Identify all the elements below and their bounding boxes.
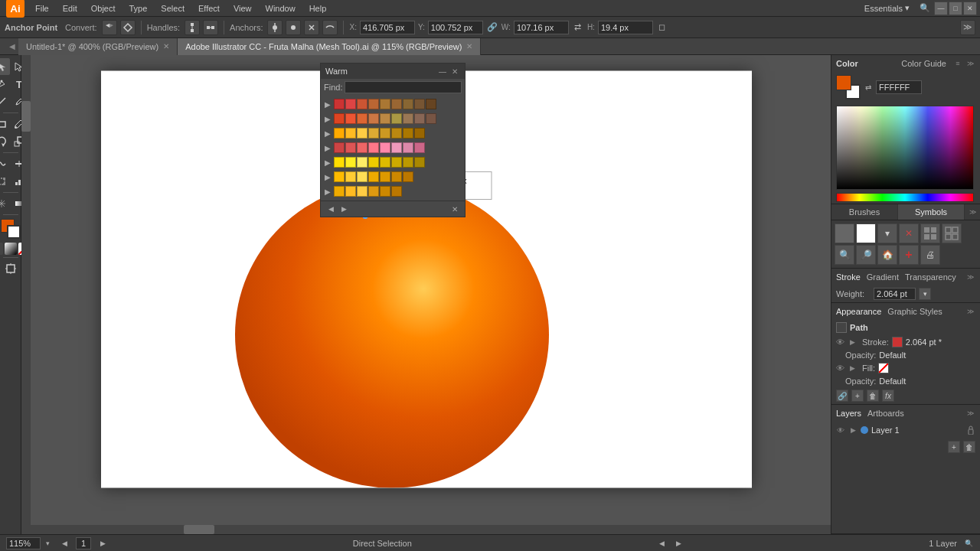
sym-blank[interactable] <box>835 223 854 243</box>
layers-panel-menu[interactable]: ≫ <box>965 408 975 419</box>
eye-fill-icon[interactable]: 👁 <box>836 364 847 373</box>
appear-new-btn[interactable]: + <box>851 390 864 402</box>
menu-effect[interactable]: Effect <box>192 2 226 15</box>
sym-search-2[interactable]: 🔎 <box>856 245 876 265</box>
swatch[interactable] <box>380 99 390 109</box>
swatch[interactable] <box>414 142 425 153</box>
warp-tool[interactable] <box>0 155 10 172</box>
menu-help[interactable]: Help <box>303 2 333 15</box>
swatch[interactable] <box>391 171 402 182</box>
handles-btn-2[interactable] <box>203 20 218 35</box>
panel-close-btn[interactable]: ✕ <box>449 204 460 214</box>
anchors-btn-2[interactable] <box>286 20 301 35</box>
layer-visibility-icon[interactable]: 👁 <box>836 425 845 435</box>
swatch[interactable] <box>368 186 379 197</box>
artboards-tab[interactable]: Artboards <box>867 409 904 418</box>
color-panel-collapse[interactable]: ≡ <box>952 58 963 69</box>
weight-dropdown[interactable]: ▾ <box>919 288 931 300</box>
sym-dropdown[interactable]: ▾ <box>877 223 897 243</box>
swatch[interactable] <box>414 99 425 109</box>
color-mode-icon[interactable]: ⇄ <box>865 83 871 92</box>
tab-0-close[interactable]: ✕ <box>163 42 169 51</box>
swatch[interactable] <box>391 113 402 124</box>
free-transform-tool[interactable] <box>0 173 10 190</box>
color-tab[interactable]: Color <box>836 59 901 68</box>
swatch[interactable] <box>426 99 436 109</box>
path-swatch[interactable] <box>836 322 847 333</box>
essentials-button[interactable]: Essentials ▾ <box>858 2 916 15</box>
swatch[interactable] <box>345 171 356 182</box>
swatch[interactable] <box>357 186 368 197</box>
sym-white[interactable] <box>856 223 876 243</box>
swatch[interactable] <box>391 99 402 109</box>
swatch[interactable] <box>414 113 425 124</box>
tab-1[interactable]: Adobe Illustrator CC - Fruta Malha (Mesh… <box>178 38 481 55</box>
layers-panel-header[interactable]: Layers Artboards ≫ <box>831 405 980 422</box>
layers-delete-btn[interactable]: 🗑 <box>963 441 975 453</box>
tab-1-close[interactable]: ✕ <box>466 42 472 51</box>
maximize-button[interactable]: □ <box>949 2 962 15</box>
swatch-folder-7[interactable]: ▶ <box>322 186 333 197</box>
appearance-tab[interactable]: Appearance <box>836 307 881 316</box>
color-panel-header[interactable]: Color Color Guide ≡ ≫ <box>831 55 980 72</box>
gradient-tab[interactable]: Gradient <box>867 272 899 282</box>
swatch-folder-1[interactable]: ▶ <box>322 99 333 109</box>
page-input[interactable] <box>76 537 91 549</box>
color-spectrum[interactable] <box>836 106 974 190</box>
pen-tool[interactable] <box>0 76 10 93</box>
arrow-stroke-icon[interactable]: ▶ <box>850 338 859 346</box>
arrow-fill-icon[interactable]: ▶ <box>850 364 859 372</box>
toolbar-right-btn[interactable]: ≫ <box>960 20 975 35</box>
convert-tool-1[interactable] <box>102 20 117 35</box>
swatch[interactable] <box>334 142 345 153</box>
swatch[interactable] <box>368 157 379 168</box>
color-box[interactable]: ■ <box>0 243 3 255</box>
hue-bar[interactable] <box>836 193 974 202</box>
transparency-tab[interactable]: Transparency <box>905 272 956 282</box>
swatch[interactable] <box>391 142 402 153</box>
link-icon[interactable]: 🔗 <box>486 21 498 34</box>
swatch[interactable] <box>403 142 413 153</box>
rectangle-tool[interactable] <box>0 116 10 132</box>
swatch[interactable] <box>334 157 345 168</box>
menu-object[interactable]: Object <box>85 2 122 15</box>
swatch[interactable] <box>414 128 425 139</box>
swatch[interactable] <box>357 99 368 109</box>
color-hex-input[interactable] <box>876 80 922 94</box>
swatch[interactable] <box>357 171 368 182</box>
next-page-btn[interactable]: ▶ <box>97 538 108 549</box>
panel-play-prev[interactable]: ◀ <box>325 204 336 214</box>
layer-expand-icon[interactable]: ▶ <box>848 425 858 435</box>
swatch[interactable] <box>380 142 390 153</box>
anchors-btn-3[interactable] <box>304 20 319 35</box>
swatches-minimize-btn[interactable]: — <box>437 66 448 77</box>
sym-grid-1[interactable] <box>920 223 940 243</box>
next-status-btn[interactable]: ▶ <box>674 538 684 549</box>
y-input[interactable] <box>428 21 483 34</box>
canvas-area[interactable]: X: 411.15 px Y: 41.01 px Warm — ✕ Find: … <box>21 55 831 534</box>
swatch[interactable] <box>391 157 402 168</box>
swatch-folder-5[interactable]: ▶ <box>322 157 333 168</box>
swatch[interactable] <box>426 113 436 124</box>
swatch[interactable] <box>368 171 379 182</box>
handles-btn-1[interactable] <box>185 20 200 35</box>
swatch[interactable] <box>357 142 368 153</box>
swatches-close-btn[interactable]: ✕ <box>449 66 460 77</box>
swatch[interactable] <box>368 142 379 153</box>
swatch[interactable] <box>357 128 368 139</box>
swatch[interactable] <box>391 186 402 197</box>
stroke-tab[interactable]: Stroke <box>836 272 861 282</box>
sym-grid-2[interactable] <box>942 223 962 243</box>
fill-swatch-small[interactable] <box>836 75 851 90</box>
appear-delete-btn[interactable]: 🗑 <box>867 390 879 402</box>
menu-file[interactable]: File <box>29 2 55 15</box>
sym-print[interactable]: 🖨 <box>920 245 940 265</box>
swatch[interactable] <box>403 113 413 124</box>
stroke-color-swatch[interactable] <box>892 337 903 347</box>
swatch[interactable] <box>334 128 345 139</box>
swatch[interactable] <box>414 157 425 168</box>
swatch[interactable] <box>380 113 390 124</box>
weight-input[interactable] <box>874 288 916 300</box>
panel-options-btn[interactable]: ≫ <box>965 204 980 220</box>
swatch[interactable] <box>403 157 413 168</box>
